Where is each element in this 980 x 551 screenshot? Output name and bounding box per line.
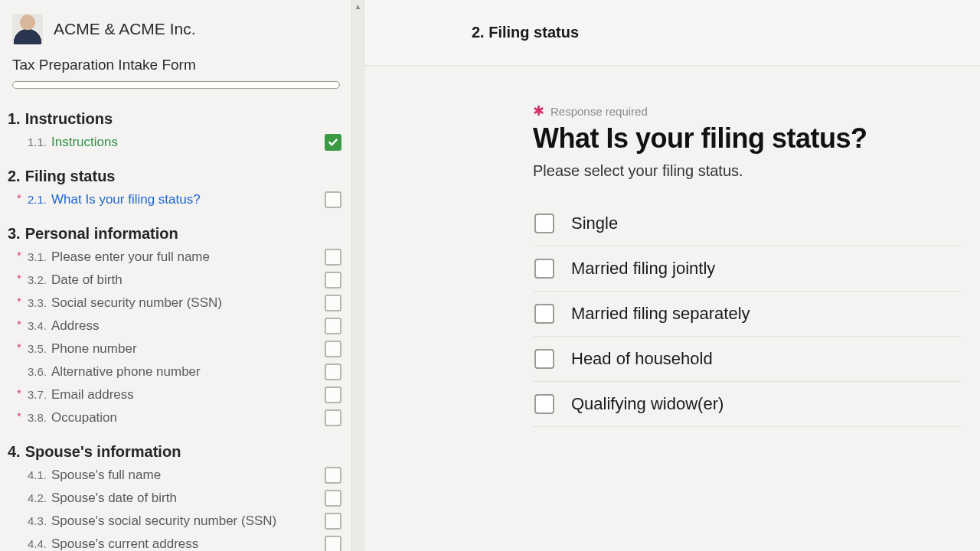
nav-item[interactable]: *4.3.Spouse's social security number (SS… [8,510,346,533]
nav-item-left: *3.7.Email address [15,387,320,403]
nav-item-left: *1.1.Instructions [15,135,320,150]
status-incomplete-box [325,513,341,530]
main-panel: 2. Filing status ✱ Response required Wha… [364,0,980,551]
option-label: Head of household [571,349,713,369]
form-title: Tax Preparation Intake Form [0,49,352,78]
status-incomplete-box [325,364,341,380]
nav-item-number: 4.3. [28,514,47,527]
option-label: Qualifying widow(er) [571,394,724,414]
required-star-icon: ✱ [533,104,544,118]
section-title: Personal information [25,225,178,243]
nav-item-number: 3.4. [28,319,47,332]
nav-item[interactable]: *4.1.Spouse's full name [8,464,346,487]
nav-item[interactable]: *2.1.What Is your filing status? [8,188,346,211]
section-number: 2. [8,168,21,185]
nav-item[interactable]: *4.2.Spouse's date of birth [8,487,346,510]
option-label: Married filing separately [571,304,750,324]
nav-item[interactable]: *1.1.Instructions [8,131,346,154]
nav-section: 3.Personal information*3.1.Please enter … [8,220,346,429]
nav-item-left: *3.5.Phone number [15,341,320,357]
option-row[interactable]: Married filing jointly [533,246,962,292]
nav-item-label: What Is your filing status? [51,192,201,207]
option-checkbox[interactable] [534,304,554,324]
nav-item-number: 3.1. [28,250,47,263]
required-badge: ✱ Response required [533,104,648,118]
nav-item[interactable]: *3.5.Phone number [8,337,346,360]
option-row[interactable]: Married filing separately [533,292,962,337]
main-body: ✱ Response required What Is your filing … [364,66,980,551]
required-star-icon: * [15,249,23,262]
scroll-up-icon[interactable]: ▲ [352,0,364,12]
option-label: Single [571,214,618,233]
nav-section-heading[interactable]: 3.Personal information [8,220,346,246]
nav-item-number: 3.5. [28,342,47,355]
nav-item-left: *4.1.Spouse's full name [15,468,320,483]
nav-item-left: *4.3.Spouse's social security number (SS… [15,514,320,529]
nav-item[interactable]: *3.6.Alternative phone number [8,360,346,383]
nav-item-label: Social security number (SSN) [51,295,222,311]
status-incomplete-box [325,386,341,403]
nav-item[interactable]: *4.4.Spouse's current address [8,533,346,551]
option-checkbox[interactable] [534,214,554,233]
nav-item-left: *3.3.Social security number (SSN) [15,295,320,311]
nav-item-label: Spouse's current address [51,536,198,551]
nav-item[interactable]: *3.3.Social security number (SSN) [8,292,346,315]
status-incomplete-box [325,490,341,507]
nav-item-left: *3.8.Occupation [15,410,320,425]
required-star-icon: * [15,387,23,399]
nav-item-number: 2.1. [28,193,47,206]
nav-item-number: 4.4. [28,537,47,550]
status-incomplete-box [325,467,341,484]
status-incomplete-box [325,409,341,426]
required-star-icon: * [15,272,23,285]
nav-item-left: *4.4.Spouse's current address [15,536,320,551]
nav-section: 2.Filing status*2.1.What Is your filing … [8,163,346,211]
section-title: Instructions [25,110,113,128]
nav-section-heading[interactable]: 2.Filing status [8,163,346,188]
nav-item[interactable]: *3.2.Date of birth [8,269,346,292]
main-header: 2. Filing status [364,0,980,66]
nav-item[interactable]: *3.8.Occupation [8,406,346,429]
nav-item-label: Spouse's date of birth [51,491,177,506]
required-star-icon: * [15,318,23,331]
breadcrumb: 2. Filing status [472,24,579,41]
nav-item[interactable]: *3.7.Email address [8,383,346,406]
option-checkbox[interactable] [534,394,554,414]
status-incomplete-box [325,191,341,208]
nav-item-number: 3.7. [28,388,47,401]
option-checkbox[interactable] [534,349,554,369]
nav-item[interactable]: *3.4.Address [8,315,346,337]
nav-item-label: Spouse's social security number (SSN) [51,514,276,529]
nav-item-label: Date of birth [51,272,122,288]
nav-section-heading[interactable]: 1.Instructions [8,106,346,131]
nav-item-number: 4.1. [28,468,47,481]
nav-item-left: *3.2.Date of birth [15,272,320,288]
nav-item-left: *2.1.What Is your filing status? [15,192,320,207]
option-row[interactable]: Qualifying widow(er) [533,382,962,427]
option-checkbox[interactable] [534,259,554,279]
option-row[interactable]: Single [533,201,962,246]
scrollbar-track[interactable]: ▲ [351,0,364,551]
option-row[interactable]: Head of household [533,337,962,382]
section-number: 4. [8,443,21,461]
required-text: Response required [550,105,648,118]
nav-section: 4.Spouse's information*4.1.Spouse's full… [8,439,346,551]
nav-item-number: 3.3. [28,296,47,309]
app-root: ACME & ACME Inc. Tax Preparation Intake … [0,0,980,551]
progress-bar [12,81,340,89]
question-subtitle: Please select your filing status. [533,162,980,180]
required-star-icon: * [15,341,23,354]
nav-item-label: Address [51,318,99,334]
nav-item-label: Spouse's full name [51,468,161,483]
sidebar: ACME & ACME Inc. Tax Preparation Intake … [0,0,352,551]
status-incomplete-box [325,249,341,266]
options-list: SingleMarried filing jointlyMarried fili… [533,201,962,427]
nav-section: 1.Instructions*1.1.Instructions [8,106,346,154]
required-star-icon: * [15,192,23,204]
nav-item-number: 4.2. [28,491,47,504]
nav-item-label: Phone number [51,341,137,357]
nav-item-number: 3.2. [28,273,47,286]
status-incomplete-box [325,341,341,357]
nav-item[interactable]: *3.1.Please enter your full name [8,246,346,269]
nav-section-heading[interactable]: 4.Spouse's information [8,439,346,464]
